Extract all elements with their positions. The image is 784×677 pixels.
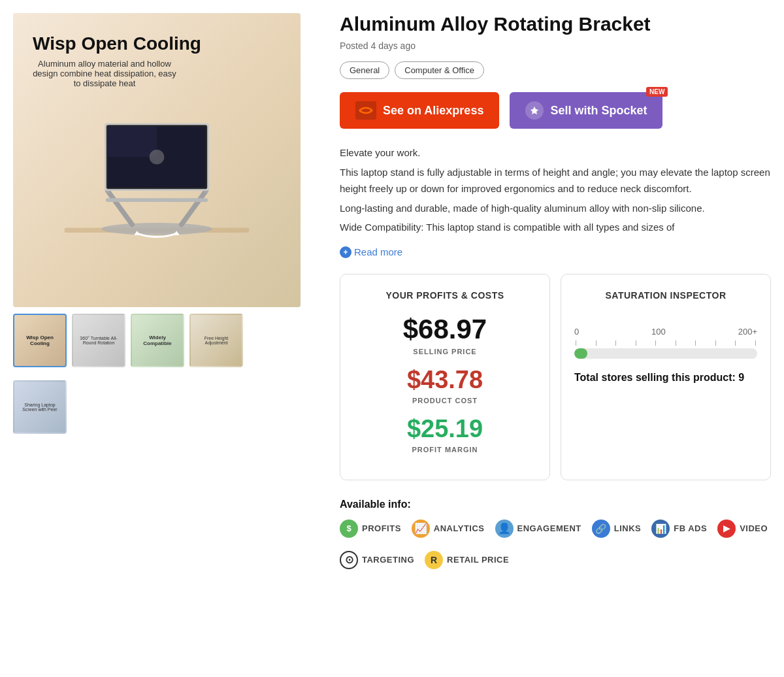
tick-1 [576, 340, 576, 346]
saturation-box: SATURATION INSPECTOR 0 100 200+ [561, 274, 771, 480]
tick-4 [636, 340, 636, 346]
buttons-row: See on Aliexpress NEW Sell with Spocket [340, 92, 771, 129]
thumb-4-label: Free Height Adjustment [193, 336, 239, 345]
selling-price-value: $68.97 [353, 314, 536, 345]
svg-line-3 [182, 191, 206, 225]
tick-10 [755, 340, 756, 346]
svg-line-2 [108, 191, 133, 225]
total-stores-label: Total stores selling this product: 9 [574, 372, 757, 384]
product-title: Aluminum Alloy Rotating Bracket [340, 13, 771, 35]
info-icons-row-2: ⊙ TARGETING R RETAIL PRICE [340, 551, 771, 569]
thumb-3-label: Widely Compatible [135, 335, 180, 346]
thumbnail-3[interactable]: Widely Compatible [131, 314, 184, 367]
read-more-label: Read more [354, 246, 402, 257]
info-item-profits[interactable]: $ PROFITS [340, 520, 401, 538]
svg-point-1 [101, 223, 212, 235]
targeting-icon: ⊙ [340, 551, 358, 569]
scale-labels: 0 100 200+ [574, 327, 757, 337]
info-item-links[interactable]: 🔗 LINKS [592, 520, 642, 538]
thumb-1-label: Wisp Open Cooling [17, 335, 63, 346]
info-icons-row: $ PROFITS 📈 ANALYTICS 👤 ENGAGEMENT 🔗 LIN… [340, 520, 771, 569]
main-image-headline: Wisp Open Cooling [33, 33, 201, 55]
aliexpress-logo [355, 101, 376, 120]
tick-9 [735, 340, 736, 346]
new-badge: NEW [646, 87, 668, 97]
tick-2 [596, 340, 596, 346]
desc-line-3: Long-lasting and durable, made of high-q… [340, 200, 771, 217]
video-icon: ▶ [717, 520, 736, 538]
read-more-icon: + [340, 246, 351, 258]
thumb-2-label: 360° Turntable All-Round Rotation [76, 336, 122, 345]
selling-price-label: SELLING PRICE [353, 348, 536, 355]
product-description: Elevate your work. This laptop stand is … [340, 144, 771, 236]
profits-icon-label: PROFITS [362, 523, 401, 533]
posted-date: Posted 4 days ago [340, 41, 771, 51]
thumbnails-row-2: Sharing Laptop Screen with Peer [13, 374, 314, 434]
scale-bar-fill [574, 348, 587, 359]
product-cost-label: PRODUCT COST [353, 397, 536, 405]
scale-mid: 100 [651, 327, 666, 337]
thumbnail-5[interactable]: Sharing Laptop Screen with Peer [13, 380, 67, 434]
info-item-engagement[interactable]: 👤 ENGAGEMENT [495, 520, 581, 538]
svg-point-11 [150, 150, 165, 165]
spocket-icon [525, 101, 544, 120]
retail-icon: R [425, 551, 443, 569]
main-product-image: Wisp Open Cooling Aluminum alloy materia… [13, 13, 301, 307]
main-image-subtext: Aluminum alloy material and hollow desig… [33, 59, 176, 88]
scale-ticks [574, 340, 757, 346]
video-icon-label: VIDEO [740, 523, 768, 533]
targeting-icon-label: TARGETING [362, 555, 414, 565]
profits-title: YOUR PROFITS & COSTS [353, 290, 536, 301]
profit-margin-label: PROFIT MARGIN [353, 446, 536, 454]
thumbnail-4[interactable]: Free Height Adjustment [189, 314, 243, 367]
info-item-analytics[interactable]: 📈 ANALYTICS [412, 520, 485, 538]
available-info-title: Available info: [340, 499, 771, 510]
analytics-icon: 📈 [412, 520, 430, 538]
desc-line-4: Wide Compatibility: This laptop stand is… [340, 219, 771, 236]
spocket-label: Sell with Spocket [550, 104, 647, 118]
tags-row: General Computer & Office [340, 61, 771, 79]
fbads-icon-label: FB ADS [674, 523, 707, 533]
spocket-button[interactable]: NEW Sell with Spocket [510, 92, 662, 129]
engagement-icon: 👤 [495, 520, 514, 538]
analytics-icon-label: ANALYTICS [434, 523, 485, 533]
scale-bar [574, 348, 757, 359]
tick-8 [715, 340, 716, 346]
profits-icon: $ [340, 520, 358, 538]
aliexpress-label: See on Aliexpress [383, 104, 483, 118]
saturation-scale: 0 100 200+ [574, 327, 757, 359]
tick-5 [655, 340, 656, 346]
info-item-fbads[interactable]: 📊 FB ADS [651, 520, 707, 538]
product-cost-value: $43.78 [353, 366, 536, 394]
right-column: Aluminum Alloy Rotating Bracket Posted 4… [340, 13, 771, 569]
links-icon-label: LINKS [614, 523, 642, 533]
profits-box: YOUR PROFITS & COSTS $68.97 SELLING PRIC… [340, 274, 550, 480]
tag-general[interactable]: General [340, 61, 389, 79]
tag-computer-office[interactable]: Computer & Office [395, 61, 484, 79]
left-column: Wisp Open Cooling Aluminum alloy materia… [13, 13, 314, 569]
fbads-icon: 📊 [651, 520, 670, 538]
tick-6 [676, 340, 676, 346]
svg-rect-10 [108, 126, 157, 157]
thumb-5-label: Sharing Laptop Screen with Peer [17, 403, 63, 412]
info-item-retail[interactable]: R RETAIL PRICE [425, 551, 509, 569]
desc-line-2: This laptop stand is fully adjustable in… [340, 164, 771, 197]
main-image-overlay: Wisp Open Cooling Aluminum alloy materia… [33, 33, 201, 88]
info-item-targeting[interactable]: ⊙ TARGETING [340, 551, 414, 569]
saturation-title: SATURATION INSPECTOR [574, 290, 757, 301]
available-info-section: Available info: $ PROFITS 📈 ANALYTICS 👤 … [340, 499, 771, 569]
info-boxes-row: YOUR PROFITS & COSTS $68.97 SELLING PRIC… [340, 274, 771, 480]
scale-max: 200+ [738, 327, 757, 337]
links-icon: 🔗 [592, 520, 610, 538]
read-more-link[interactable]: + Read more [340, 246, 771, 258]
engagement-icon-label: ENGAGEMENT [517, 523, 581, 533]
aliexpress-button[interactable]: See on Aliexpress [340, 92, 499, 129]
info-item-video[interactable]: ▶ VIDEO [717, 520, 768, 538]
thumbnail-1[interactable]: Wisp Open Cooling [13, 314, 67, 367]
product-illustration [52, 62, 261, 258]
profit-margin-value: $25.19 [353, 415, 536, 443]
tick-7 [695, 340, 696, 346]
tick-3 [615, 340, 616, 346]
desc-line-1: Elevate your work. [340, 144, 771, 161]
thumbnail-2[interactable]: 360° Turntable All-Round Rotation [72, 314, 125, 367]
